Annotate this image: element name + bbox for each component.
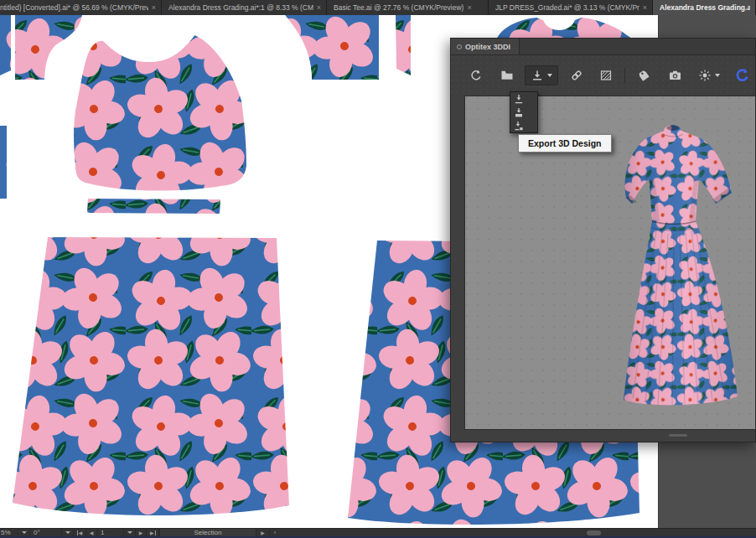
pattern-piece-sliver-left-top[interactable] <box>0 15 11 75</box>
illustrator-window: ntitled) [Converted].ai* @ 56.69 % (CMYK… <box>0 0 756 538</box>
status-expand-button[interactable]: ▶ <box>256 529 270 537</box>
menu-item-export-package[interactable] <box>510 106 537 119</box>
lighting-dropdown-caret[interactable] <box>715 74 720 77</box>
tab-basic-tee[interactable]: Basic Tee.ai @ 27.76 % (CMYK/Preview) × <box>327 0 489 15</box>
panel-title: Optitex 3DDI <box>465 43 510 51</box>
lighting-icon <box>698 69 712 82</box>
optitex-3ddi-panel: Optitex 3DDI <box>450 38 756 442</box>
panel-title-bar[interactable]: Optitex 3DDI <box>451 39 755 55</box>
tab-label: Alexandra Dress Grading.ai*:2 @ 1 <box>660 3 750 12</box>
export-file-icon <box>514 121 524 132</box>
link-button[interactable] <box>565 65 588 85</box>
close-icon[interactable]: × <box>467 4 471 12</box>
prev-artboard-button[interactable]: ◀ <box>86 529 97 537</box>
artboard-number-field[interactable]: 1 <box>97 529 124 537</box>
menu-item-export-file[interactable] <box>510 119 537 132</box>
export-simple-icon <box>514 94 524 105</box>
rotation-value: 0° <box>34 529 40 536</box>
horizontal-scrollbar-track[interactable] <box>280 529 756 537</box>
open-folder-button[interactable] <box>495 65 519 85</box>
export-3d-icon <box>531 69 544 82</box>
chevron-down-icon <box>22 531 27 534</box>
first-artboard-button[interactable]: ◀ <box>74 529 86 537</box>
next-icon: ▶ <box>139 530 143 535</box>
export-dropdown-menu <box>510 91 538 133</box>
pattern-piece-waistband[interactable] <box>87 199 220 214</box>
zoom-level-value: 5% <box>1 529 11 536</box>
chevron-down-icon <box>65 531 70 534</box>
tab-alexandra-dress-1[interactable]: Alexandra Dress Grading.ai*:1 @ 8.33 % (… <box>162 0 327 15</box>
close-icon[interactable]: × <box>643 4 647 12</box>
prev-icon: ◀ <box>90 530 94 535</box>
panel-tab-icon <box>457 44 462 49</box>
tab-label: ntitled) [Converted].ai* @ 56.69 % (CMYK… <box>0 3 148 12</box>
snapshot-button[interactable] <box>663 65 687 85</box>
refresh-scene-icon <box>735 68 750 83</box>
first-icon: ◀ <box>78 530 82 535</box>
panel-tab[interactable]: Optitex 3DDI <box>451 39 520 54</box>
artboard-dropdown[interactable] <box>124 529 136 537</box>
viewport-scrollbar[interactable] <box>669 434 687 437</box>
last-artboard-button[interactable]: ▶ <box>147 529 159 537</box>
link-icon <box>570 69 583 82</box>
panel-bottom-bar <box>464 431 756 440</box>
tab-label: Alexandra Dress Grading.ai*:1 @ 8.33 % (… <box>168 3 313 12</box>
tag-button[interactable] <box>632 65 655 85</box>
tab-alexandra-dress-2-active[interactable]: Alexandra Dress Grading.ai*:2 @ 1 <box>653 0 756 15</box>
toolbar-separator <box>624 68 625 83</box>
status-tool-field[interactable]: Selection <box>159 529 256 537</box>
export-package-icon <box>514 107 524 118</box>
tab-label: Basic Tee.ai @ 27.76 % (CMYK/Preview) <box>334 3 463 12</box>
zoom-level-field[interactable]: 5% <box>0 529 18 537</box>
panel-toolbar <box>451 56 755 95</box>
document-tab-bar: ntitled) [Converted].ai* @ 56.69 % (CMYK… <box>0 0 756 15</box>
pattern-piece-sliver-right[interactable] <box>396 15 411 75</box>
menu-item-export-simple[interactable] <box>510 92 537 106</box>
horizontal-scrollbar-thumb[interactable] <box>587 530 601 535</box>
export-3d-button[interactable] <box>525 65 558 85</box>
export-dropdown-caret[interactable] <box>547 74 552 77</box>
lighting-button[interactable] <box>693 65 725 85</box>
pattern-piece-sliver-left-mid[interactable] <box>0 126 7 199</box>
artboard-number: 1 <box>101 529 104 536</box>
tab-label: JLP DRESS_Graded.ai* @ 3.13 % (CMYK/Prev… <box>495 3 639 12</box>
zoom-dropdown[interactable] <box>18 529 30 537</box>
fabric-swatch-icon <box>599 69 613 82</box>
rotation-dropdown[interactable] <box>62 529 74 537</box>
open-folder-icon <box>500 69 514 82</box>
sync-icon <box>469 69 483 82</box>
status-tool-label: Selection <box>194 529 222 536</box>
expand-icon: ▶ <box>261 530 265 535</box>
last-icon: ▶ <box>150 530 154 535</box>
refresh-scene-button[interactable] <box>730 65 755 85</box>
tag-icon <box>637 69 650 82</box>
fabric-swatch-button[interactable] <box>594 65 618 85</box>
close-icon[interactable]: × <box>317 4 321 12</box>
close-icon[interactable]: × <box>152 4 156 12</box>
status-collapse-button[interactable]: ‹ <box>270 529 280 537</box>
collapse-icon: ‹ <box>274 529 277 536</box>
tab-untitled-converted[interactable]: ntitled) [Converted].ai* @ 56.69 % (CMYK… <box>0 0 162 15</box>
tab-jlp-dress[interactable]: JLP DRESS_Graded.ai* @ 3.13 % (CMYK/Prev… <box>489 0 653 15</box>
snapshot-camera-icon <box>668 69 682 82</box>
status-bar: 5% 0° ◀ ◀ 1 ▶ ▶ Selection <box>0 528 756 536</box>
next-artboard-button[interactable]: ▶ <box>136 529 147 537</box>
pattern-piece-skirt-front[interactable] <box>13 237 289 515</box>
sync-button[interactable] <box>464 65 488 85</box>
chevron-down-icon <box>127 531 132 534</box>
export-tooltip: Export 3D Design <box>518 134 612 153</box>
rotation-field[interactable]: 0° <box>30 529 62 537</box>
